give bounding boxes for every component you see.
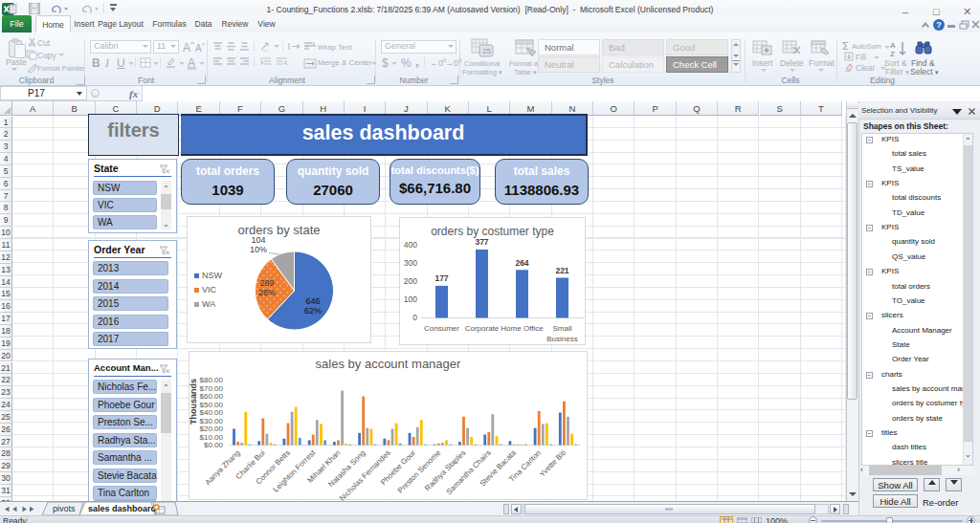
svg-text:300: 300 [404,258,417,268]
svg-text:10%: 10% [250,245,267,254]
svg-text:400: 400 [404,240,417,250]
svg-text:177: 177 [434,273,448,283]
svg-text:Samantha Chairs: Samantha Chairs [445,448,493,496]
svg-text:$70.00: $70.00 [200,384,224,393]
svg-text:Yvette Biti: Yvette Biti [538,448,568,479]
svg-text:646: 646 [305,296,320,306]
svg-text:200: 200 [404,276,417,286]
svg-text:A: A [890,41,896,50]
svg-text:Preston Senome: Preston Senome [396,448,443,495]
svg-text:WA: WA [202,299,215,309]
svg-text:Home Office: Home Office [501,324,544,333]
svg-text:$20.00: $20.00 [200,425,224,433]
svg-text:100: 100 [404,294,417,304]
svg-text:$40.00: $40.00 [200,408,224,417]
svg-text:28%: 28% [258,288,276,297]
svg-text:377: 377 [475,237,488,247]
svg-text:$30.00: $30.00 [200,417,224,425]
svg-text:264: 264 [515,258,528,268]
svg-text:62%: 62% [304,306,322,316]
svg-text:Aanya Zhang: Aanya Zhang [203,448,241,487]
svg-text:221: 221 [555,266,568,275]
svg-text:$0.00: $0.00 [204,441,224,449]
svg-text:Z: Z [890,50,895,58]
svg-text:Consumer: Consumer [424,324,459,333]
svg-text:VIC: VIC [202,285,217,294]
svg-text:104: 104 [251,235,265,245]
svg-text:$50.00: $50.00 [200,401,224,409]
svg-text:289: 289 [259,278,274,288]
svg-text:25: 25 [482,47,491,55]
svg-text:Small: Small [552,324,571,333]
svg-text:Business: Business [546,335,577,343]
svg-text:NSW: NSW [202,271,223,280]
svg-text:$80.00: $80.00 [200,376,224,384]
svg-text:$10.00: $10.00 [200,433,224,442]
svg-text:Corporate: Corporate [465,324,500,333]
svg-text:0: 0 [412,313,417,322]
svg-text:$60.00: $60.00 [200,392,224,401]
svg-text:Thousands: Thousands [189,379,198,425]
